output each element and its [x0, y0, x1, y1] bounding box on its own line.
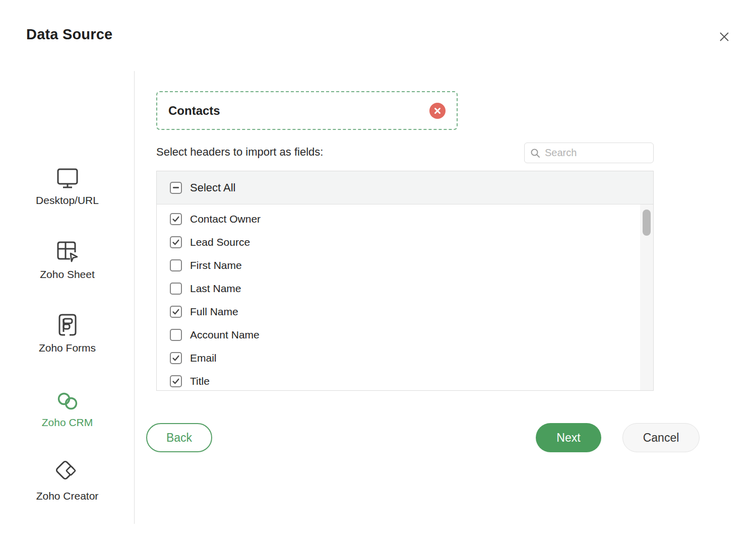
sidebar-item-zoho-forms[interactable]: Zoho Forms	[0, 312, 135, 354]
field-label: Email	[190, 352, 217, 364]
field-label: Contact Owner	[190, 213, 261, 225]
forms-icon	[55, 312, 80, 338]
sidebar-item-label: Zoho CRM	[0, 417, 135, 429]
page-title: Data Source	[26, 26, 112, 43]
cancel-button[interactable]: Cancel	[622, 423, 700, 452]
field-row[interactable]: Full Name	[157, 300, 653, 323]
check-icon	[171, 376, 181, 386]
field-checkbox[interactable]	[170, 283, 182, 295]
check-icon	[171, 237, 181, 247]
field-checkbox[interactable]	[170, 213, 182, 225]
selected-module-box[interactable]: Contacts	[156, 91, 458, 130]
check-icon	[171, 307, 181, 317]
sidebar-item-label: Zoho Sheet	[0, 268, 135, 281]
field-checkbox[interactable]	[170, 306, 182, 318]
field-checkbox[interactable]	[170, 352, 182, 364]
check-icon	[171, 353, 181, 363]
field-row[interactable]: Account Name	[157, 323, 653, 347]
search-box	[524, 143, 654, 163]
field-checkbox[interactable]	[170, 375, 182, 387]
back-button[interactable]: Back	[146, 423, 212, 452]
field-label: Full Name	[190, 306, 238, 318]
sidebar-item-label: Zoho Forms	[0, 342, 135, 354]
field-label: Account Name	[190, 329, 260, 341]
desktop-icon	[55, 166, 80, 190]
close-button[interactable]	[718, 28, 735, 45]
select-all-label: Select All	[190, 181, 236, 194]
sidebar-item-label: Zoho Creator	[0, 490, 135, 502]
data-source-dialog: Data Source Desktop/URL	[0, 0, 756, 554]
sidebar-item-zoho-crm[interactable]: Zoho CRM	[0, 386, 135, 429]
sidebar: Desktop/URL Zoho Sheet	[0, 71, 135, 524]
creator-diamond-icon	[54, 459, 81, 486]
sidebar-item-desktop-url[interactable]: Desktop/URL	[0, 164, 135, 206]
circle-x-icon	[434, 107, 441, 114]
fields-list-body: Contact Owner Lead Source First Name Las…	[157, 204, 653, 391]
headers-label: Select headers to import as fields:	[156, 146, 323, 159]
close-icon	[718, 30, 731, 43]
field-row[interactable]: First Name	[157, 254, 653, 277]
scrollbar-track[interactable]	[640, 204, 653, 390]
scrollbar-thumb[interactable]	[643, 210, 651, 236]
indeterminate-dash-icon	[173, 187, 179, 189]
field-row[interactable]: Last Name	[157, 277, 653, 300]
field-checkbox[interactable]	[170, 259, 182, 271]
fields-list: Select All Contact Owner Lead Source Fir…	[156, 171, 654, 391]
sidebar-divider	[134, 71, 135, 524]
next-button[interactable]: Next	[536, 423, 601, 452]
field-label: First Name	[190, 259, 242, 271]
search-icon	[530, 148, 541, 159]
field-row[interactable]: Email	[157, 347, 653, 370]
field-label: Title	[190, 375, 210, 387]
select-all-row[interactable]: Select All	[157, 171, 653, 204]
field-row[interactable]: Contact Owner	[157, 207, 653, 231]
field-checkbox[interactable]	[170, 236, 182, 248]
field-label: Lead Source	[190, 236, 250, 248]
field-checkbox[interactable]	[170, 329, 182, 341]
crm-interlocked-loops-icon	[55, 390, 80, 412]
field-label: Last Name	[190, 283, 241, 295]
check-icon	[171, 214, 181, 224]
sidebar-item-zoho-sheet[interactable]: Zoho Sheet	[0, 238, 135, 281]
select-all-checkbox[interactable]	[170, 182, 182, 194]
field-row[interactable]: Lead Source	[157, 231, 653, 254]
sheet-table-cursor-icon	[55, 239, 80, 264]
remove-module-button[interactable]	[429, 103, 446, 119]
selected-module-label: Contacts	[168, 104, 429, 118]
sidebar-item-zoho-creator[interactable]: Zoho Creator	[0, 460, 135, 502]
search-input[interactable]	[545, 147, 648, 159]
field-row[interactable]: Title	[157, 370, 653, 391]
sidebar-item-label: Desktop/URL	[0, 194, 135, 206]
